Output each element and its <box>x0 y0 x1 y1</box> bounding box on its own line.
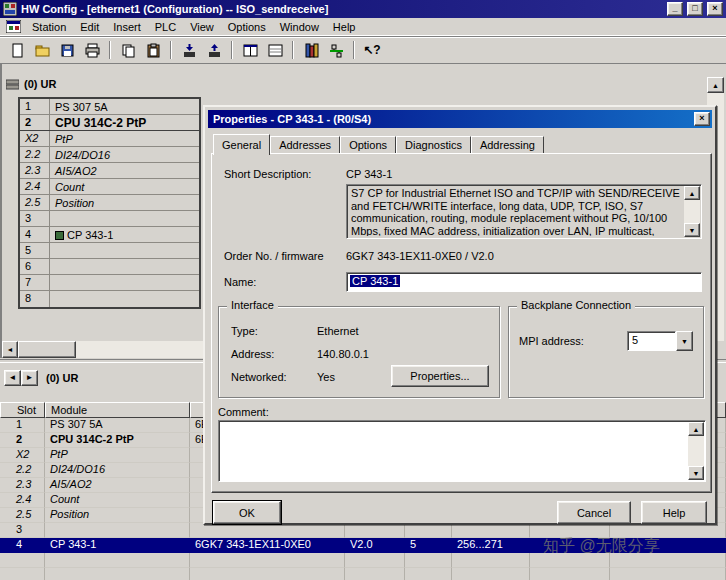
scroll-left-icon[interactable]: ◄ <box>2 341 18 358</box>
rack-slot: 2.3 <box>20 163 50 178</box>
close-button[interactable]: × <box>707 2 723 16</box>
rack-table: 1 PS 307 5A 2 CPU 314C-2 PtP X2 PtP 2.2 … <box>18 97 201 309</box>
header-slot[interactable]: Slot <box>0 402 45 418</box>
cell-module: Position <box>45 508 190 523</box>
child-window-icon[interactable] <box>6 20 21 33</box>
name-input[interactable]: CP 343-1 <box>346 272 702 292</box>
minimize-button[interactable]: _ <box>667 2 683 16</box>
menu-insert[interactable]: Insert <box>106 19 148 35</box>
cell-i-address <box>452 568 530 580</box>
catalog-button[interactable] <box>299 39 323 61</box>
menu-station[interactable]: Station <box>25 19 73 35</box>
catalog-icon <box>304 43 319 58</box>
chevron-down-icon[interactable]: ▼ <box>676 331 693 351</box>
print-button[interactable] <box>80 39 104 61</box>
save-compile-button[interactable] <box>55 39 79 61</box>
lower-rack-label: (0) UR <box>46 372 78 384</box>
rack-module-name: Count <box>50 179 199 194</box>
short-description-value: CP 343-1 <box>346 168 392 180</box>
rack-slot: 2.2 <box>20 147 50 162</box>
comment-scrollbar[interactable]: ▲ ▼ <box>688 422 704 480</box>
download-button[interactable] <box>177 39 201 61</box>
backplane-groupbox: Backplane Connection MPI address: 5 ▼ <box>508 306 704 398</box>
toolbar-separator <box>109 41 111 59</box>
scroll-down-icon[interactable]: ▼ <box>684 223 700 237</box>
split-view-button[interactable] <box>238 39 262 61</box>
tab-options[interactable]: Options <box>340 136 396 153</box>
rack-row[interactable]: 6 <box>20 259 199 275</box>
tab-addressing[interactable]: Addressing <box>471 136 544 153</box>
main-titlebar[interactable]: HW Config - [ethernet1 (Configuration) -… <box>0 0 726 18</box>
context-help-button[interactable]: ↖? <box>360 39 384 61</box>
tab-addresses[interactable]: Addresses <box>270 136 340 153</box>
rack-row[interactable]: 2.3 AI5/AO2 <box>20 163 199 179</box>
cell-firmware <box>345 523 405 538</box>
rack-row[interactable]: X2 PtP <box>20 131 199 147</box>
rack-slot: 2 <box>20 115 50 130</box>
cell-i-address: 256...271 <box>452 538 530 553</box>
tab-general[interactable]: General <box>213 134 270 155</box>
toolbar-separator <box>292 41 294 59</box>
scroll-down-icon[interactable]: ▼ <box>688 466 704 480</box>
dialog-close-button[interactable]: × <box>694 112 710 126</box>
upload-button[interactable] <box>202 39 226 61</box>
copy-button[interactable] <box>116 39 140 61</box>
upload-icon <box>207 43 222 58</box>
networked-value: Yes <box>317 371 335 383</box>
paste-button[interactable] <box>141 39 165 61</box>
menu-window[interactable]: Window <box>273 19 326 35</box>
cell-mpi <box>405 553 452 568</box>
rack-row[interactable]: 1 PS 307 5A <box>20 99 199 115</box>
dialog-titlebar[interactable]: Properties - CP 343-1 - (R0/S4) × <box>208 110 712 128</box>
address-overview-button[interactable] <box>263 39 287 61</box>
open-station-button[interactable] <box>30 39 54 61</box>
download-icon <box>182 43 197 58</box>
menu-view[interactable]: View <box>183 19 221 35</box>
ok-button[interactable]: OK <box>213 501 281 524</box>
scrollbar-thumb[interactable] <box>18 341 76 358</box>
toolbar: ↖? <box>0 36 726 64</box>
menu-edit[interactable]: Edit <box>73 19 106 35</box>
rack-slot: 8 <box>20 291 50 307</box>
rack-row[interactable]: 5 <box>20 243 199 259</box>
rack-row[interactable]: 2.2 DI24/DO16 <box>20 147 199 163</box>
rack-row[interactable]: 2.4 Count <box>20 179 199 195</box>
name-input-selected-text: CP 343-1 <box>350 275 400 287</box>
mpi-address-combobox[interactable]: 5 ▼ <box>627 331 693 351</box>
interface-properties-button[interactable]: Properties... <box>391 365 489 387</box>
maximize-button[interactable]: □ <box>687 2 703 16</box>
cancel-button[interactable]: Cancel <box>557 501 631 524</box>
nav-forward-button[interactable]: ► <box>21 370 38 386</box>
scroll-up-icon[interactable]: ▲ <box>688 422 704 436</box>
scroll-up-icon[interactable]: ▲ <box>684 186 700 200</box>
cell-slot: 2.4 <box>0 493 45 508</box>
header-module[interactable]: Module <box>45 402 190 418</box>
scroll-up-icon[interactable]: ▲ <box>707 77 724 93</box>
tab-diagnostics[interactable]: Diagnostics <box>396 136 471 153</box>
rack-module-name: CP 343-1 <box>50 227 199 242</box>
mpi-address-value[interactable]: 5 <box>627 331 676 351</box>
rack-row[interactable]: 2 CPU 314C-2 PtP <box>20 115 199 131</box>
new-station-icon <box>10 43 25 58</box>
new-station-button[interactable] <box>5 39 29 61</box>
rack-row[interactable]: 4 CP 343-1 <box>20 227 199 243</box>
rack-row[interactable]: 7 <box>20 275 199 291</box>
comment-input[interactable]: ▲ ▼ <box>218 420 706 482</box>
description-scrollbar[interactable]: ▲ ▼ <box>684 186 700 237</box>
menu-help[interactable]: Help <box>326 19 363 35</box>
interface-legend: Interface <box>227 299 278 311</box>
rack-row[interactable]: 3 <box>20 211 199 227</box>
cell-slot <box>0 568 45 580</box>
table-row[interactable] <box>0 568 726 580</box>
nav-back-button[interactable]: ◄ <box>4 370 21 386</box>
menu-options[interactable]: Options <box>221 19 273 35</box>
order-label: Order No. / firmware <box>224 250 324 262</box>
rack-row[interactable]: 8 <box>20 291 199 307</box>
help-button[interactable]: Help <box>641 501 707 524</box>
cell-firmware: V2.0 <box>345 538 405 553</box>
cell-slot: 2.3 <box>0 478 45 493</box>
menu-plc[interactable]: PLC <box>148 19 183 35</box>
network-button[interactable] <box>324 39 348 61</box>
cell-firmware <box>345 553 405 568</box>
rack-row[interactable]: 2.5 Position <box>20 195 199 211</box>
